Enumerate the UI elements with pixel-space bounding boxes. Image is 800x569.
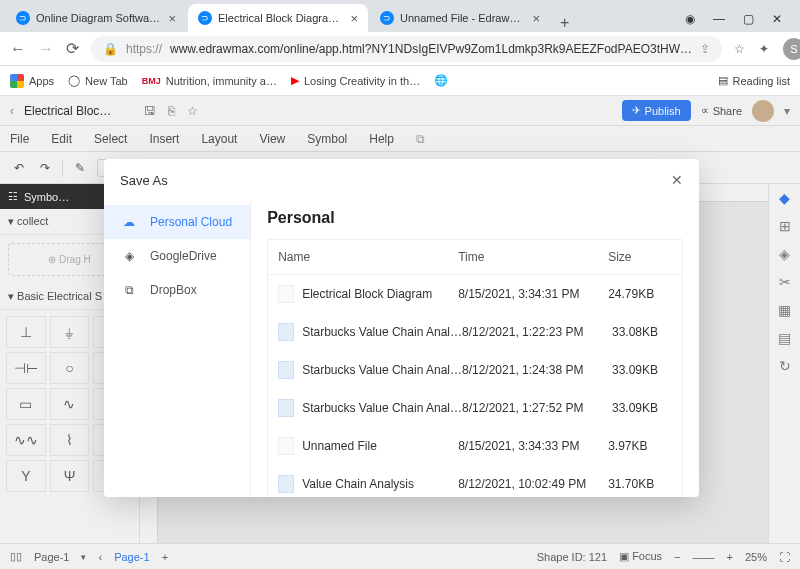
bookmark-item[interactable]: BMJNutrition, immunity a… bbox=[142, 75, 277, 87]
file-name: Unnamed File bbox=[302, 439, 377, 453]
file-time: 8/15/2021, 3:34:31 PM bbox=[458, 287, 608, 301]
cloud-icon: ☁ bbox=[120, 215, 138, 229]
file-size: 33.09KB bbox=[612, 401, 672, 415]
location-title: Personal bbox=[267, 205, 683, 239]
file-time: 8/12/2021, 1:27:52 PM bbox=[462, 401, 612, 415]
table-row[interactable]: Starbucks Value Chain Anal…8/12/2021, 1:… bbox=[268, 313, 682, 351]
window-controls: ◉ — ▢ ✕ bbox=[685, 12, 794, 32]
share-url-icon[interactable]: ⇪ bbox=[700, 42, 710, 56]
tab-title: Electrical Block Diagram - Edraw… bbox=[218, 12, 344, 24]
file-thumb-icon bbox=[278, 399, 294, 417]
url-text: www.edrawmax.com/online/app.html?NY1NDsI… bbox=[170, 42, 692, 56]
profile-avatar[interactable]: S bbox=[783, 38, 800, 60]
file-size: 3.97KB bbox=[608, 439, 668, 453]
file-name: Starbucks Value Chain Anal… bbox=[302, 363, 462, 377]
reload-icon[interactable]: ⟳ bbox=[66, 39, 79, 58]
globe-icon: 🌐 bbox=[434, 74, 448, 87]
file-size: 24.79KB bbox=[608, 287, 668, 301]
location-label: DropBox bbox=[150, 283, 197, 297]
file-name: Starbucks Value Chain Anal… bbox=[302, 325, 462, 339]
bookmark-item[interactable]: ◯New Tab bbox=[68, 74, 128, 87]
bookmark-item[interactable]: 🌐 bbox=[434, 74, 448, 87]
file-size: 31.70KB bbox=[608, 477, 668, 491]
apps-shortcut[interactable]: Apps bbox=[10, 74, 54, 88]
address-bar: ← → ⟳ 🔒 https:// www.edrawmax.com/online… bbox=[0, 32, 800, 66]
location-googledrive[interactable]: ◈ GoogleDrive bbox=[104, 239, 250, 273]
table-row[interactable]: Starbucks Value Chain Anal…8/12/2021, 1:… bbox=[268, 351, 682, 389]
dialog-header: Save As ✕ bbox=[104, 159, 699, 201]
tab-title: Online Diagram Software - Edraw… bbox=[36, 12, 162, 24]
dropbox-icon: ⧉ bbox=[120, 283, 138, 297]
back-icon[interactable]: ← bbox=[10, 40, 26, 58]
close-icon[interactable]: × bbox=[168, 11, 176, 26]
bmj-icon: BMJ bbox=[142, 76, 161, 86]
file-thumb-icon bbox=[278, 437, 294, 455]
dialog-title: Save As bbox=[120, 173, 168, 188]
site-icon: ⊃ bbox=[198, 11, 212, 25]
location-sidebar: ☁ Personal Cloud ◈ GoogleDrive ⧉ DropBox bbox=[104, 201, 251, 497]
bookmark-label: Apps bbox=[29, 75, 54, 87]
reading-list-button[interactable]: ▤Reading list bbox=[718, 74, 790, 87]
forward-icon[interactable]: → bbox=[38, 40, 54, 58]
table-row[interactable]: Value Chain Analysis8/12/2021, 10:02:49 … bbox=[268, 465, 682, 497]
bookmark-label: Nutrition, immunity a… bbox=[166, 75, 277, 87]
file-name: Electrical Block Diagram bbox=[302, 287, 432, 301]
table-row[interactable]: Unnamed File8/15/2021, 3:34:33 PM3.97KB bbox=[268, 427, 682, 465]
extensions-icon[interactable]: ✦ bbox=[759, 42, 769, 56]
file-thumb-icon bbox=[278, 285, 294, 303]
bookmark-label: Losing Creativity in th… bbox=[304, 75, 420, 87]
table-row[interactable]: Electrical Block Diagram8/15/2021, 3:34:… bbox=[268, 275, 682, 313]
file-name: Value Chain Analysis bbox=[302, 477, 414, 491]
save-as-dialog: Save As ✕ ☁ Personal Cloud ◈ GoogleDrive… bbox=[104, 159, 699, 497]
browser-tab[interactable]: ⊃ Unnamed File - EdrawMax × bbox=[370, 4, 550, 32]
tab-title: Unnamed File - EdrawMax bbox=[400, 12, 526, 24]
lock-icon: 🔒 bbox=[103, 42, 118, 56]
file-time: 8/12/2021, 1:24:38 PM bbox=[462, 363, 612, 377]
bookmarks-bar: Apps ◯New Tab BMJNutrition, immunity a… … bbox=[0, 66, 800, 96]
file-size: 33.08KB bbox=[612, 325, 672, 339]
close-window-icon[interactable]: ✕ bbox=[772, 12, 782, 26]
youtube-icon: ▶ bbox=[291, 74, 299, 87]
bookmark-label: Reading list bbox=[733, 75, 790, 87]
drive-icon: ◈ bbox=[120, 249, 138, 263]
globe-icon: ◯ bbox=[68, 74, 80, 87]
file-thumb-icon bbox=[278, 475, 294, 493]
close-icon[interactable]: ✕ bbox=[671, 172, 683, 188]
maximize-icon[interactable]: ▢ bbox=[743, 12, 754, 26]
location-label: Personal Cloud bbox=[150, 215, 232, 229]
browser-tab-strip: ⊃ Online Diagram Software - Edraw… × ⊃ E… bbox=[0, 0, 800, 32]
minimize-icon[interactable]: — bbox=[713, 12, 725, 26]
col-name[interactable]: Name bbox=[278, 250, 458, 264]
site-icon: ⊃ bbox=[16, 11, 30, 25]
col-size[interactable]: Size bbox=[608, 250, 668, 264]
browser-tab[interactable]: ⊃ Online Diagram Software - Edraw… × bbox=[6, 4, 186, 32]
bookmark-item[interactable]: ▶Losing Creativity in th… bbox=[291, 74, 420, 87]
bookmark-label: New Tab bbox=[85, 75, 128, 87]
file-table: Name Time Size Electrical Block Diagram8… bbox=[267, 239, 683, 497]
star-icon[interactable]: ☆ bbox=[734, 42, 745, 56]
table-row[interactable]: Starbucks Value Chain Anal…8/12/2021, 1:… bbox=[268, 389, 682, 427]
table-header: Name Time Size bbox=[268, 240, 682, 275]
location-personal-cloud[interactable]: ☁ Personal Cloud bbox=[104, 205, 250, 239]
file-thumb-icon bbox=[278, 361, 294, 379]
location-dropbox[interactable]: ⧉ DropBox bbox=[104, 273, 250, 307]
file-browser: Personal Name Time Size Electrical Block… bbox=[251, 201, 699, 497]
file-time: 8/15/2021, 3:34:33 PM bbox=[458, 439, 608, 453]
site-icon: ⊃ bbox=[380, 11, 394, 25]
new-tab-button[interactable]: + bbox=[552, 14, 577, 32]
browser-tab-active[interactable]: ⊃ Electrical Block Diagram - Edraw… × bbox=[188, 4, 368, 32]
list-icon: ▤ bbox=[718, 74, 728, 87]
close-icon[interactable]: × bbox=[350, 11, 358, 26]
col-time[interactable]: Time bbox=[458, 250, 608, 264]
url-input[interactable]: 🔒 https:// www.edrawmax.com/online/app.h… bbox=[91, 36, 722, 62]
app-root: ‹ Electrical Block D… 🖫 ⎘ ☆ ✈Publish ∝Sh… bbox=[0, 96, 800, 569]
file-time: 8/12/2021, 10:02:49 PM bbox=[458, 477, 608, 491]
close-icon[interactable]: × bbox=[532, 11, 540, 26]
file-thumb-icon bbox=[278, 323, 294, 341]
apps-icon bbox=[10, 74, 24, 88]
file-time: 8/12/2021, 1:22:23 PM bbox=[462, 325, 612, 339]
record-icon[interactable]: ◉ bbox=[685, 12, 695, 26]
url-scheme: https:// bbox=[126, 42, 162, 56]
file-size: 33.09KB bbox=[612, 363, 672, 377]
file-name: Starbucks Value Chain Anal… bbox=[302, 401, 462, 415]
